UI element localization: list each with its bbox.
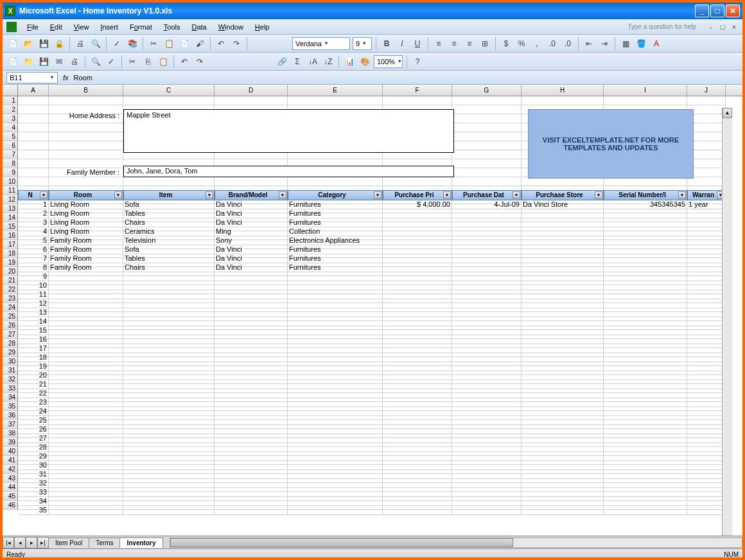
cell[interactable] bbox=[383, 177, 452, 186]
cell[interactable] bbox=[452, 132, 522, 141]
cell[interactable] bbox=[604, 317, 687, 326]
home-address-input[interactable]: Mapple Street bbox=[123, 109, 454, 153]
spellcheck-icon[interactable]: ✓ bbox=[110, 37, 123, 50]
cell[interactable] bbox=[522, 380, 604, 389]
cell-serial[interactable] bbox=[604, 218, 687, 227]
open-icon[interactable]: 📁 bbox=[22, 55, 35, 68]
cell-brand[interactable]: Da Vinci bbox=[215, 200, 288, 209]
cell[interactable] bbox=[522, 389, 604, 398]
cell[interactable] bbox=[288, 317, 383, 326]
cell-serial[interactable] bbox=[604, 236, 687, 245]
cell-price[interactable]: $ 4,000.00 bbox=[383, 200, 452, 209]
cell[interactable]: 25 bbox=[18, 416, 49, 425]
cell-item[interactable]: Chairs bbox=[123, 218, 215, 227]
cell[interactable] bbox=[49, 141, 123, 150]
paste-icon[interactable]: 📋 bbox=[157, 55, 170, 68]
cell-cat[interactable]: Furnitures bbox=[288, 209, 383, 218]
cell-price[interactable] bbox=[383, 218, 452, 227]
col-header-H[interactable]: H bbox=[522, 85, 604, 96]
cell[interactable] bbox=[383, 452, 452, 461]
cell[interactable] bbox=[215, 416, 288, 425]
cell[interactable] bbox=[383, 380, 452, 389]
cell[interactable] bbox=[604, 452, 687, 461]
cell[interactable] bbox=[687, 96, 726, 105]
cell[interactable] bbox=[49, 461, 123, 470]
cell[interactable] bbox=[522, 398, 604, 407]
cell[interactable]: 18 bbox=[18, 353, 49, 362]
cell[interactable] bbox=[123, 272, 215, 281]
cell[interactable] bbox=[604, 96, 687, 105]
cell-store[interactable] bbox=[522, 254, 604, 263]
cell[interactable] bbox=[288, 497, 383, 506]
cell[interactable] bbox=[452, 425, 522, 434]
cell[interactable] bbox=[49, 479, 123, 488]
menu-insert[interactable]: Insert bbox=[95, 22, 123, 32]
cell[interactable]: 34 bbox=[18, 497, 49, 506]
row-header[interactable]: 35 bbox=[3, 402, 18, 411]
cell-warr[interactable] bbox=[687, 236, 726, 245]
filter-dropdown-icon[interactable]: ▼ bbox=[206, 191, 213, 199]
cell-store[interactable] bbox=[522, 227, 604, 236]
cell[interactable] bbox=[687, 389, 726, 398]
col-header-F[interactable]: F bbox=[383, 85, 452, 96]
cell[interactable] bbox=[687, 407, 726, 416]
cell-store[interactable] bbox=[522, 236, 604, 245]
cell[interactable]: 33 bbox=[18, 488, 49, 497]
cell[interactable] bbox=[383, 281, 452, 290]
cell[interactable]: 10 bbox=[18, 281, 49, 290]
cell[interactable] bbox=[452, 497, 522, 506]
col-header-C[interactable]: C bbox=[123, 85, 215, 96]
filter-dropdown-icon[interactable]: ▼ bbox=[513, 191, 520, 199]
cell[interactable] bbox=[687, 290, 726, 299]
cell[interactable] bbox=[604, 398, 687, 407]
cell[interactable] bbox=[604, 506, 687, 515]
cell[interactable] bbox=[288, 299, 383, 308]
cell-brand[interactable]: Da Vinci bbox=[215, 254, 288, 263]
paste-icon[interactable]: 📄 bbox=[178, 37, 191, 50]
print-icon[interactable]: 🖨 bbox=[68, 55, 81, 68]
cell[interactable] bbox=[383, 506, 452, 515]
cell[interactable] bbox=[215, 461, 288, 470]
cell[interactable] bbox=[687, 470, 726, 479]
cell-price[interactable] bbox=[383, 263, 452, 272]
row-header[interactable]: 13 bbox=[3, 204, 18, 213]
cell[interactable] bbox=[49, 335, 123, 344]
cell[interactable] bbox=[452, 141, 522, 150]
cell[interactable] bbox=[604, 371, 687, 380]
table-header-room[interactable]: Room▼ bbox=[49, 190, 123, 200]
cell-warr[interactable] bbox=[687, 263, 726, 272]
cell[interactable] bbox=[215, 272, 288, 281]
cell-item[interactable]: Television bbox=[123, 236, 215, 245]
cell[interactable] bbox=[49, 344, 123, 353]
cell[interactable] bbox=[452, 290, 522, 299]
cell-date[interactable]: 4-Jul-09 bbox=[452, 200, 522, 209]
cell[interactable] bbox=[383, 362, 452, 371]
font-color-icon[interactable]: A bbox=[650, 37, 663, 50]
row-header[interactable]: 26 bbox=[3, 321, 18, 330]
cell[interactable] bbox=[123, 326, 215, 335]
cell[interactable] bbox=[49, 281, 123, 290]
cell[interactable] bbox=[288, 272, 383, 281]
cell[interactable] bbox=[288, 443, 383, 452]
name-box[interactable]: B11 ▼ bbox=[6, 72, 58, 83]
print-preview-icon[interactable]: 🔍 bbox=[89, 55, 102, 68]
cell[interactable] bbox=[383, 335, 452, 344]
cell[interactable] bbox=[687, 488, 726, 497]
menu-data[interactable]: Data bbox=[186, 22, 211, 32]
cell[interactable] bbox=[687, 177, 726, 186]
merge-icon[interactable]: ⊞ bbox=[478, 37, 491, 50]
cell-price[interactable] bbox=[383, 209, 452, 218]
cell[interactable] bbox=[452, 326, 522, 335]
filter-dropdown-icon[interactable]: ▼ bbox=[595, 191, 602, 199]
cell[interactable] bbox=[215, 425, 288, 434]
cell-serial[interactable]: 345345345 bbox=[604, 200, 687, 209]
cell[interactable] bbox=[452, 416, 522, 425]
open-icon[interactable]: 📂 bbox=[22, 37, 35, 50]
cell[interactable] bbox=[288, 389, 383, 398]
cell[interactable] bbox=[123, 299, 215, 308]
cell[interactable] bbox=[452, 443, 522, 452]
align-left-icon[interactable]: ≡ bbox=[432, 37, 445, 50]
cell-n[interactable]: 2 bbox=[18, 209, 49, 218]
save-icon[interactable]: 💾 bbox=[37, 37, 50, 50]
cell[interactable] bbox=[49, 362, 123, 371]
